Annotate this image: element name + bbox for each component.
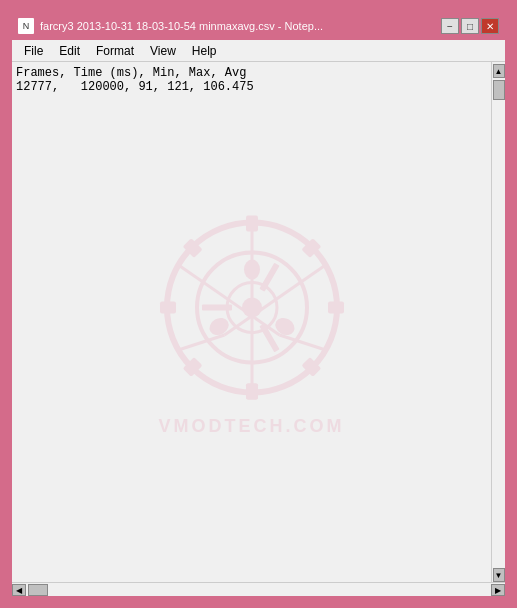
svg-point-23 bbox=[272, 315, 297, 339]
menu-edit[interactable]: Edit bbox=[51, 42, 88, 60]
scrollbar-h-thumb[interactable] bbox=[28, 584, 48, 596]
svg-line-8 bbox=[178, 265, 279, 335]
menu-format[interactable]: Format bbox=[88, 42, 142, 60]
maximize-button[interactable]: □ bbox=[461, 18, 479, 34]
svg-point-24 bbox=[206, 315, 231, 339]
scrollbar-left-arrow[interactable]: ◀ bbox=[12, 584, 26, 596]
menu-bar: File Edit Format View Help bbox=[12, 40, 505, 62]
menu-file[interactable]: File bbox=[16, 42, 51, 60]
menu-view[interactable]: View bbox=[142, 42, 184, 60]
window-controls: − □ ✕ bbox=[441, 18, 499, 34]
svg-rect-10 bbox=[246, 216, 258, 232]
svg-line-7 bbox=[178, 335, 224, 350]
svg-point-2 bbox=[227, 283, 277, 333]
vertical-scrollbar[interactable]: ▲ ▼ bbox=[491, 62, 505, 582]
svg-rect-12 bbox=[301, 238, 321, 258]
minimize-button[interactable]: − bbox=[441, 18, 459, 34]
svg-rect-11 bbox=[246, 384, 258, 400]
svg-line-9 bbox=[279, 335, 325, 350]
svg-rect-19 bbox=[259, 263, 279, 292]
svg-rect-21 bbox=[202, 305, 232, 311]
scrollbar-right-arrow[interactable]: ▶ bbox=[491, 584, 505, 596]
horizontal-scrollbar[interactable]: ◀ ▶ bbox=[12, 582, 505, 596]
svg-point-0 bbox=[167, 223, 337, 393]
editor-main: Frames, Time (ms), Min, Max, Avg 12777, … bbox=[12, 62, 505, 582]
svg-rect-20 bbox=[259, 323, 279, 352]
scrollbar-up-arrow[interactable]: ▲ bbox=[493, 64, 505, 78]
editor-text-area[interactable]: Frames, Time (ms), Min, Max, Avg 12777, … bbox=[12, 62, 491, 98]
scrollbar-down-arrow[interactable]: ▼ bbox=[493, 568, 505, 582]
close-button[interactable]: ✕ bbox=[481, 18, 499, 34]
svg-rect-13 bbox=[328, 302, 344, 314]
watermark: VMODTECH.COM bbox=[152, 208, 352, 437]
watermark-logo bbox=[152, 208, 352, 408]
scrollbar-thumb[interactable] bbox=[493, 80, 505, 100]
title-bar: N farcry3 2013-10-31 18-03-10-54 minmaxa… bbox=[12, 12, 505, 40]
title-bar-left: N farcry3 2013-10-31 18-03-10-54 minmaxa… bbox=[18, 18, 323, 34]
svg-point-3 bbox=[242, 298, 262, 318]
svg-rect-18 bbox=[182, 238, 202, 258]
watermark-text: VMODTECH.COM bbox=[159, 416, 345, 437]
app-icon: N bbox=[18, 18, 34, 34]
editor-wrapper: Frames, Time (ms), Min, Max, Avg 12777, … bbox=[12, 62, 505, 596]
svg-rect-17 bbox=[160, 302, 176, 314]
svg-point-22 bbox=[244, 260, 260, 280]
menu-help[interactable]: Help bbox=[184, 42, 225, 60]
window-title: farcry3 2013-10-31 18-03-10-54 minmaxavg… bbox=[40, 20, 323, 32]
svg-rect-14 bbox=[301, 357, 321, 377]
notepad-window: N farcry3 2013-10-31 18-03-10-54 minmaxa… bbox=[10, 10, 507, 598]
svg-line-6 bbox=[224, 265, 325, 335]
svg-point-1 bbox=[197, 253, 307, 363]
svg-rect-15 bbox=[246, 384, 258, 400]
editor-container: Frames, Time (ms), Min, Max, Avg 12777, … bbox=[12, 62, 491, 582]
svg-rect-16 bbox=[182, 357, 202, 377]
